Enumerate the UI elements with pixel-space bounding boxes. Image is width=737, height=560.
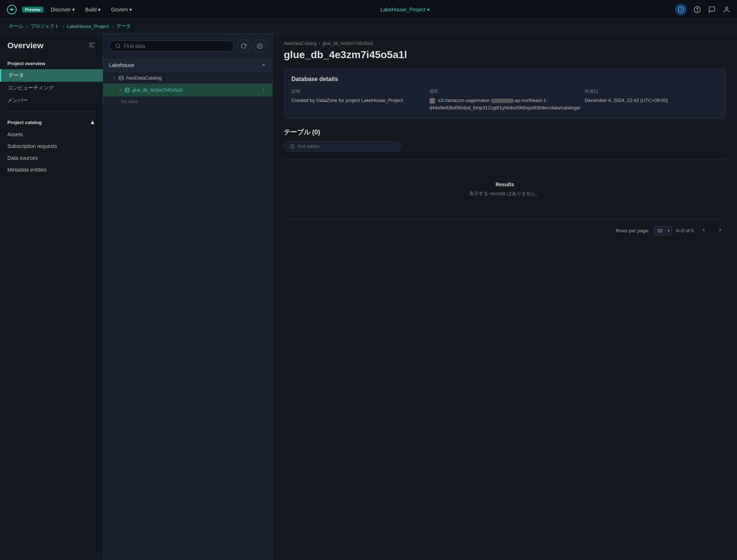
breadcrumb-sep-3: ›: [112, 24, 113, 29]
page-title: glue_db_4e3zm7i45o5a1l: [284, 49, 726, 61]
breadcrumb-sep-2: ›: [62, 24, 64, 29]
right-panel: AwsDataCatalog › glue_db_4e3zm7i45o5a1l …: [273, 34, 737, 560]
group-chevron-icon[interactable]: [261, 62, 266, 68]
pagination-bar: Rows per page: 10 25 50 ▾ 0–0 of 0: [284, 219, 726, 242]
expand-icon: [112, 76, 116, 80]
sidebar: Overview Project overview データ コンピューティング …: [0, 34, 103, 560]
tree-section: Lakehouse AwsDataCatalog: [103, 59, 272, 560]
chat-icon[interactable]: [708, 5, 716, 14]
tree-item-menu-button[interactable]: ⋮: [261, 87, 266, 94]
find-data-search[interactable]: [109, 40, 234, 52]
catalog-chevron-icon: ▲: [90, 119, 95, 126]
chevron-right-icon: [717, 227, 723, 233]
results-empty-message: 表示する records はありません。: [284, 190, 726, 197]
results-section: Results 表示する records はありません。: [284, 167, 726, 204]
project-catalog-section[interactable]: Project catalog ▲: [0, 116, 103, 128]
db-details-grid: 説明 Created by DataZone for project LakeH…: [291, 88, 718, 111]
db-details-col-description: 説明 Created by DataZone for project LakeH…: [291, 88, 425, 111]
svg-point-4: [726, 7, 728, 9]
created-label: 作成日: [585, 88, 718, 95]
svg-point-3: [697, 11, 698, 11]
pagination-next-button[interactable]: [714, 225, 726, 236]
right-breadcrumb-db: glue_db_4e3zm7i45o5a1l: [322, 41, 373, 46]
svg-point-8: [116, 44, 120, 47]
sidebar-title: Overview: [7, 41, 43, 50]
expand-icon-2: [118, 88, 122, 92]
description-label: 説明: [291, 88, 425, 95]
breadcrumb-current: データ: [116, 23, 131, 29]
tree-item-glue-db[interactable]: glue_db_4e3zm7i45o5a1l ⋮: [103, 84, 272, 96]
find-tables-input[interactable]: [298, 144, 395, 149]
pagination-range: 0–0 of 0: [676, 228, 694, 233]
svg-point-17: [291, 145, 294, 148]
tree-group-header: Lakehouse: [103, 59, 272, 72]
sidebar-item-metadata-entities[interactable]: Metadata entities: [0, 164, 103, 176]
tables-section: テーブル (0) Results 表示する records はありません。 Ro…: [284, 128, 726, 242]
breadcrumb-projects[interactable]: プロジェクト: [31, 23, 59, 29]
description-value: Created by DataZone for project LakeHous…: [291, 97, 425, 104]
right-breadcrumb-catalog[interactable]: AwsDataCatalog: [284, 41, 317, 46]
breadcrumb-home[interactable]: ホーム: [9, 23, 23, 29]
preview-badge: Preview: [22, 7, 43, 13]
breadcrumb: ホーム › プロジェクト › LakeHouse_Project › データ: [0, 19, 737, 34]
project-overview-label: Project overview: [0, 58, 103, 69]
help-icon[interactable]: [693, 5, 702, 14]
tree-item-catalog-label: AwsDataCatalog: [126, 75, 266, 81]
created-value: December 4, 2024, 22:42 (UTC+09:00): [585, 97, 718, 104]
notification-icon[interactable]: [675, 4, 687, 15]
sidebar-item-data-sources[interactable]: Data sources: [0, 152, 103, 164]
sidebar-item-assets[interactable]: Assets: [0, 128, 103, 140]
find-data-input[interactable]: [124, 43, 228, 49]
sidebar-item-subscription-requests[interactable]: Subscription requests: [0, 140, 103, 152]
database-icon: [119, 75, 124, 81]
sidebar-item-computing[interactable]: コンピューティング: [0, 82, 103, 94]
location-label: 場所: [429, 88, 580, 95]
tree-item-aws-data-catalog[interactable]: AwsDataCatalog: [103, 72, 272, 84]
tables-divider: [284, 159, 726, 159]
sidebar-collapse-button[interactable]: [88, 41, 95, 50]
redacted-value: [491, 99, 513, 103]
db-details-col-created: 作成日 December 4, 2024, 22:42 (UTC+09:00): [585, 88, 718, 111]
chevron-left-icon: [701, 227, 707, 233]
project-catalog-label: Project catalog: [7, 120, 42, 125]
nav-build[interactable]: Build ▾: [82, 5, 104, 14]
nav-right-icons: [675, 4, 731, 15]
rows-per-page-label: Rows per page:: [616, 228, 649, 233]
svg-point-15: [125, 88, 129, 89]
nav-discover[interactable]: Discover ▾: [48, 5, 78, 14]
tree-item-glue-db-label: glue_db_4e3zm7i45o5a1l: [132, 88, 258, 93]
nav-govern[interactable]: Govern ▾: [108, 5, 135, 14]
refresh-button[interactable]: [237, 39, 250, 53]
location-value: s3://amazon-sagemaker--ap-northeast-1-d4…: [429, 97, 580, 111]
database-details-card: Database details 説明 Created by DataZone …: [284, 68, 726, 119]
breadcrumb-project[interactable]: LakeHouse_Project: [67, 24, 109, 29]
sidebar-item-members[interactable]: メンバー: [0, 94, 103, 107]
add-button[interactable]: [253, 39, 266, 53]
tables-search-icon: [290, 144, 295, 149]
rows-per-page-select-wrapper: 10 25 50 ▾: [654, 226, 672, 235]
app-logo[interactable]: [6, 4, 18, 15]
nav-center: LakeHouse_Project ▾: [139, 7, 671, 13]
sidebar-divider: [7, 111, 95, 112]
db-icon: [125, 88, 130, 93]
search-icon: [115, 43, 121, 49]
right-breadcrumb: AwsDataCatalog › glue_db_4e3zm7i45o5a1l: [284, 41, 726, 46]
search-bar-area: [103, 34, 272, 59]
sidebar-header: Overview: [0, 41, 103, 56]
tree-group-label: Lakehouse: [109, 62, 135, 68]
db-details-col-location: 場所 s3://amazon-sagemaker--ap-northeast-1…: [429, 88, 580, 111]
svg-rect-12: [119, 76, 123, 80]
rows-per-page-select[interactable]: 10 25 50: [654, 226, 672, 235]
tree-no-data: No data: [103, 96, 272, 106]
sidebar-item-data[interactable]: データ: [0, 69, 103, 82]
find-tables-search[interactable]: [284, 141, 402, 152]
results-title: Results: [284, 182, 726, 187]
tables-title: テーブル (0): [284, 128, 726, 137]
s3-icon: [429, 98, 435, 104]
project-name-link[interactable]: LakeHouse_Project ▾: [380, 7, 429, 13]
top-navigation: Preview Discover ▾ Build ▾ Govern ▾ Lake…: [0, 0, 737, 19]
user-icon[interactable]: [722, 5, 731, 14]
pagination-prev-button[interactable]: [698, 225, 710, 236]
breadcrumb-sep-1: ›: [26, 24, 28, 29]
right-breadcrumb-sep: ›: [319, 41, 320, 46]
